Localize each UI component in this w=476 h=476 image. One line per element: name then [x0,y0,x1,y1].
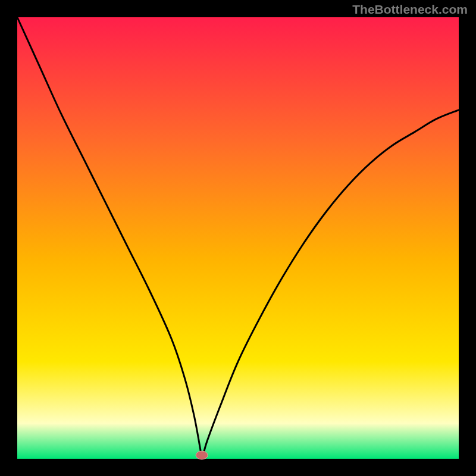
gradient-background [17,17,459,459]
chart-frame: TheBottleneck.com [0,0,476,476]
watermark-text: TheBottleneck.com [352,2,468,17]
optimal-point-marker [196,451,208,459]
bottleneck-chart [0,0,476,476]
